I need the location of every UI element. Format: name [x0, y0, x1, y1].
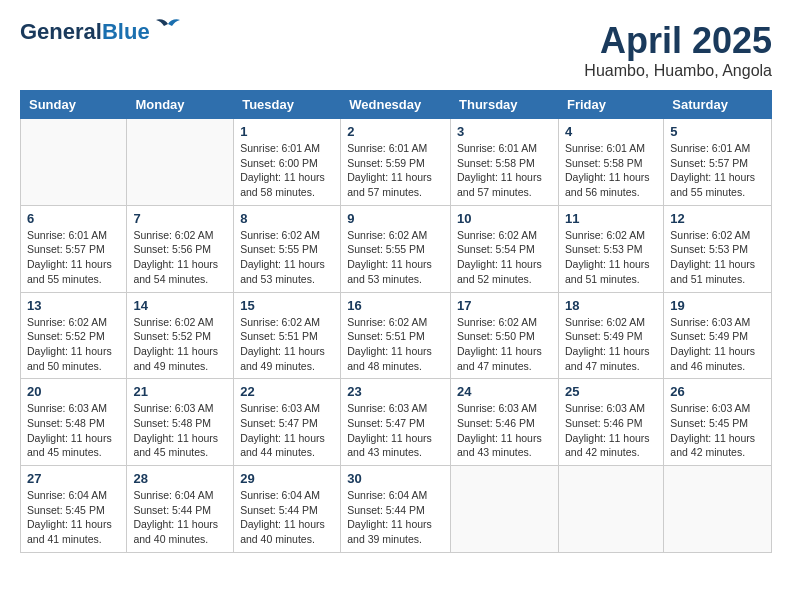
day-number: 25 [565, 384, 657, 399]
calendar-day-cell: 28Sunrise: 6:04 AMSunset: 5:44 PMDayligh… [127, 466, 234, 553]
calendar-day-cell: 24Sunrise: 6:03 AMSunset: 5:46 PMDayligh… [451, 379, 559, 466]
day-info: Sunrise: 6:01 AMSunset: 5:57 PMDaylight:… [670, 141, 765, 200]
day-info: Sunrise: 6:03 AMSunset: 5:46 PMDaylight:… [565, 401, 657, 460]
day-info: Sunrise: 6:02 AMSunset: 5:51 PMDaylight:… [240, 315, 334, 374]
day-number: 28 [133, 471, 227, 486]
day-number: 7 [133, 211, 227, 226]
day-info: Sunrise: 6:01 AMSunset: 5:57 PMDaylight:… [27, 228, 120, 287]
calendar-body: 1Sunrise: 6:01 AMSunset: 6:00 PMDaylight… [21, 119, 772, 553]
day-number: 18 [565, 298, 657, 313]
calendar-day-cell: 26Sunrise: 6:03 AMSunset: 5:45 PMDayligh… [664, 379, 772, 466]
day-number: 27 [27, 471, 120, 486]
day-info: Sunrise: 6:04 AMSunset: 5:44 PMDaylight:… [133, 488, 227, 547]
calendar-day-cell: 15Sunrise: 6:02 AMSunset: 5:51 PMDayligh… [234, 292, 341, 379]
day-info: Sunrise: 6:03 AMSunset: 5:46 PMDaylight:… [457, 401, 552, 460]
calendar-day-cell: 3Sunrise: 6:01 AMSunset: 5:58 PMDaylight… [451, 119, 559, 206]
day-info: Sunrise: 6:03 AMSunset: 5:48 PMDaylight:… [27, 401, 120, 460]
calendar-day-cell: 6Sunrise: 6:01 AMSunset: 5:57 PMDaylight… [21, 205, 127, 292]
day-info: Sunrise: 6:02 AMSunset: 5:51 PMDaylight:… [347, 315, 444, 374]
calendar-day-cell: 17Sunrise: 6:02 AMSunset: 5:50 PMDayligh… [451, 292, 559, 379]
calendar-day-cell: 21Sunrise: 6:03 AMSunset: 5:48 PMDayligh… [127, 379, 234, 466]
month-year: April 2025 [584, 20, 772, 62]
day-number: 9 [347, 211, 444, 226]
day-number: 22 [240, 384, 334, 399]
day-number: 23 [347, 384, 444, 399]
logo-bird-icon [154, 16, 182, 38]
calendar-day-cell [558, 466, 663, 553]
calendar-day-cell: 11Sunrise: 6:02 AMSunset: 5:53 PMDayligh… [558, 205, 663, 292]
day-info: Sunrise: 6:02 AMSunset: 5:56 PMDaylight:… [133, 228, 227, 287]
day-number: 17 [457, 298, 552, 313]
day-number: 5 [670, 124, 765, 139]
day-number: 19 [670, 298, 765, 313]
weekday-header: Thursday [451, 91, 559, 119]
day-info: Sunrise: 6:01 AMSunset: 5:58 PMDaylight:… [565, 141, 657, 200]
calendar-day-cell: 20Sunrise: 6:03 AMSunset: 5:48 PMDayligh… [21, 379, 127, 466]
day-number: 26 [670, 384, 765, 399]
day-info: Sunrise: 6:01 AMSunset: 5:58 PMDaylight:… [457, 141, 552, 200]
day-info: Sunrise: 6:03 AMSunset: 5:48 PMDaylight:… [133, 401, 227, 460]
day-info: Sunrise: 6:04 AMSunset: 5:44 PMDaylight:… [347, 488, 444, 547]
calendar-day-cell: 1Sunrise: 6:01 AMSunset: 6:00 PMDaylight… [234, 119, 341, 206]
calendar-day-cell: 18Sunrise: 6:02 AMSunset: 5:49 PMDayligh… [558, 292, 663, 379]
calendar-day-cell [664, 466, 772, 553]
day-number: 21 [133, 384, 227, 399]
calendar-day-cell: 7Sunrise: 6:02 AMSunset: 5:56 PMDaylight… [127, 205, 234, 292]
day-info: Sunrise: 6:02 AMSunset: 5:50 PMDaylight:… [457, 315, 552, 374]
calendar-day-cell [127, 119, 234, 206]
logo-text: GeneralBlue [20, 20, 150, 44]
day-info: Sunrise: 6:03 AMSunset: 5:47 PMDaylight:… [240, 401, 334, 460]
calendar-day-cell: 23Sunrise: 6:03 AMSunset: 5:47 PMDayligh… [341, 379, 451, 466]
day-number: 1 [240, 124, 334, 139]
calendar-day-cell: 29Sunrise: 6:04 AMSunset: 5:44 PMDayligh… [234, 466, 341, 553]
day-info: Sunrise: 6:04 AMSunset: 5:44 PMDaylight:… [240, 488, 334, 547]
day-number: 8 [240, 211, 334, 226]
calendar-day-cell: 19Sunrise: 6:03 AMSunset: 5:49 PMDayligh… [664, 292, 772, 379]
calendar-table: SundayMondayTuesdayWednesdayThursdayFrid… [20, 90, 772, 553]
calendar-day-cell [451, 466, 559, 553]
title-block: April 2025 Huambo, Huambo, Angola [584, 20, 772, 80]
page-header: GeneralBlue April 2025 Huambo, Huambo, A… [20, 20, 772, 80]
day-number: 12 [670, 211, 765, 226]
calendar-day-cell: 5Sunrise: 6:01 AMSunset: 5:57 PMDaylight… [664, 119, 772, 206]
day-info: Sunrise: 6:02 AMSunset: 5:53 PMDaylight:… [565, 228, 657, 287]
calendar-day-cell: 2Sunrise: 6:01 AMSunset: 5:59 PMDaylight… [341, 119, 451, 206]
calendar-day-cell [21, 119, 127, 206]
day-info: Sunrise: 6:02 AMSunset: 5:55 PMDaylight:… [347, 228, 444, 287]
day-number: 2 [347, 124, 444, 139]
day-number: 24 [457, 384, 552, 399]
calendar-header: SundayMondayTuesdayWednesdayThursdayFrid… [21, 91, 772, 119]
day-info: Sunrise: 6:02 AMSunset: 5:49 PMDaylight:… [565, 315, 657, 374]
calendar-day-cell: 30Sunrise: 6:04 AMSunset: 5:44 PMDayligh… [341, 466, 451, 553]
day-info: Sunrise: 6:01 AMSunset: 6:00 PMDaylight:… [240, 141, 334, 200]
day-info: Sunrise: 6:01 AMSunset: 5:59 PMDaylight:… [347, 141, 444, 200]
day-number: 29 [240, 471, 334, 486]
weekday-header: Sunday [21, 91, 127, 119]
day-info: Sunrise: 6:03 AMSunset: 5:45 PMDaylight:… [670, 401, 765, 460]
day-number: 15 [240, 298, 334, 313]
calendar-week-row: 1Sunrise: 6:01 AMSunset: 6:00 PMDaylight… [21, 119, 772, 206]
day-info: Sunrise: 6:03 AMSunset: 5:49 PMDaylight:… [670, 315, 765, 374]
weekday-header: Tuesday [234, 91, 341, 119]
calendar-day-cell: 27Sunrise: 6:04 AMSunset: 5:45 PMDayligh… [21, 466, 127, 553]
weekday-header: Saturday [664, 91, 772, 119]
calendar-day-cell: 22Sunrise: 6:03 AMSunset: 5:47 PMDayligh… [234, 379, 341, 466]
location: Huambo, Huambo, Angola [584, 62, 772, 80]
weekday-header: Monday [127, 91, 234, 119]
calendar-week-row: 6Sunrise: 6:01 AMSunset: 5:57 PMDaylight… [21, 205, 772, 292]
calendar-day-cell: 9Sunrise: 6:02 AMSunset: 5:55 PMDaylight… [341, 205, 451, 292]
day-info: Sunrise: 6:02 AMSunset: 5:52 PMDaylight:… [27, 315, 120, 374]
day-info: Sunrise: 6:04 AMSunset: 5:45 PMDaylight:… [27, 488, 120, 547]
day-number: 10 [457, 211, 552, 226]
day-number: 13 [27, 298, 120, 313]
calendar-day-cell: 13Sunrise: 6:02 AMSunset: 5:52 PMDayligh… [21, 292, 127, 379]
calendar-day-cell: 4Sunrise: 6:01 AMSunset: 5:58 PMDaylight… [558, 119, 663, 206]
calendar-week-row: 27Sunrise: 6:04 AMSunset: 5:45 PMDayligh… [21, 466, 772, 553]
day-number: 3 [457, 124, 552, 139]
day-info: Sunrise: 6:03 AMSunset: 5:47 PMDaylight:… [347, 401, 444, 460]
day-number: 30 [347, 471, 444, 486]
calendar-day-cell: 8Sunrise: 6:02 AMSunset: 5:55 PMDaylight… [234, 205, 341, 292]
day-number: 20 [27, 384, 120, 399]
calendar-day-cell: 16Sunrise: 6:02 AMSunset: 5:51 PMDayligh… [341, 292, 451, 379]
calendar-day-cell: 25Sunrise: 6:03 AMSunset: 5:46 PMDayligh… [558, 379, 663, 466]
